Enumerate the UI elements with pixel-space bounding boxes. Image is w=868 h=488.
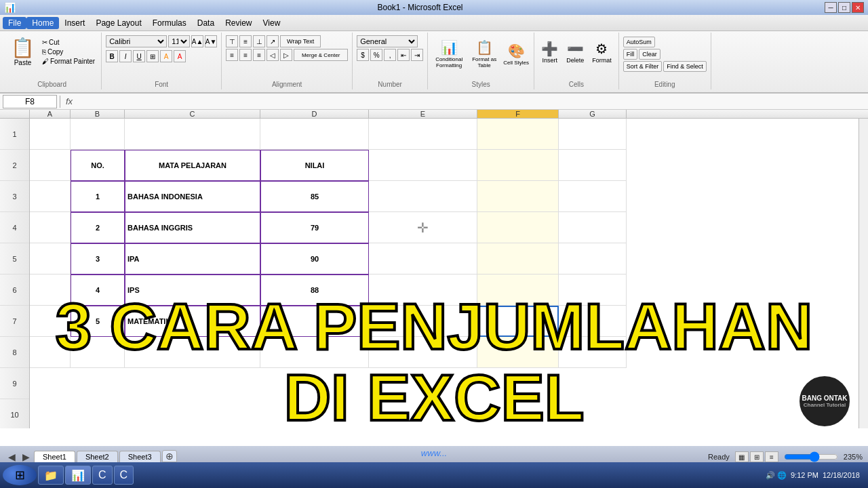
page-layout-view-button[interactable]: ⊞ — [750, 451, 764, 462]
cell-e4[interactable]: ✛ — [369, 212, 477, 243]
cell-c8[interactable] — [125, 337, 260, 368]
name-box[interactable] — [3, 95, 57, 108]
close-button[interactable]: ✕ — [852, 2, 864, 13]
cell-e5[interactable] — [369, 243, 477, 274]
taskbar-app-3[interactable]: C — [92, 466, 113, 485]
fill-color-button[interactable]: A — [160, 50, 172, 62]
copy-button[interactable]: ⎘Copy — [40, 47, 97, 56]
font-increase-button[interactable]: A▲ — [191, 35, 203, 47]
col-header-b[interactable]: B — [71, 110, 125, 118]
cell-a7[interactable] — [30, 306, 71, 337]
menu-file[interactable]: File — [3, 17, 26, 29]
cell-f6[interactable] — [477, 274, 559, 306]
decrease-indent-button[interactable]: ◁ — [267, 49, 279, 61]
col-header-a[interactable]: A — [30, 110, 71, 118]
col-header-c[interactable]: C — [125, 110, 260, 118]
clear-button[interactable]: Clear — [639, 49, 660, 60]
cell-f2[interactable] — [477, 150, 559, 181]
cell-b7[interactable]: 5 — [71, 306, 125, 337]
cell-e2[interactable] — [369, 150, 477, 181]
font-family-select[interactable]: Calibri — [106, 35, 167, 47]
menu-page-layout[interactable]: Page Layout — [90, 17, 146, 29]
cell-c1[interactable] — [125, 119, 260, 150]
menu-insert[interactable]: Insert — [59, 17, 90, 29]
sheet-tab-1[interactable]: Sheet1 — [34, 451, 75, 462]
cell-c6[interactable]: IPS — [125, 274, 260, 306]
align-center-button[interactable]: ≡ — [239, 49, 252, 61]
cell-c7[interactable]: MATEMATIKA — [125, 306, 260, 337]
cell-g8[interactable] — [559, 337, 627, 368]
row-header-10[interactable]: 10 — [0, 399, 29, 428]
wrap-text-button[interactable]: Wrap Text — [280, 35, 321, 47]
col-header-f[interactable]: F — [477, 110, 559, 118]
cell-d8[interactable] — [260, 337, 369, 368]
currency-button[interactable]: $ — [357, 49, 369, 61]
normal-view-button[interactable]: ▦ — [735, 451, 749, 462]
menu-view[interactable]: View — [258, 17, 286, 29]
find-select-button[interactable]: Find & Select — [663, 61, 707, 72]
number-format-select[interactable]: General — [357, 35, 418, 47]
cell-b6[interactable]: 4 — [71, 274, 125, 306]
cell-g6[interactable] — [559, 274, 627, 306]
col-header-d[interactable]: D — [260, 110, 369, 118]
cell-g5[interactable] — [559, 243, 627, 274]
row-header-3[interactable]: 3 — [0, 181, 29, 212]
cell-d5[interactable]: 90 — [260, 243, 369, 274]
format-cells-button[interactable]: ⚙ Format — [589, 39, 614, 65]
zoom-slider[interactable] — [784, 451, 838, 462]
cell-d6[interactable]: 88 — [260, 274, 369, 306]
row-header-7[interactable]: 7 — [0, 306, 29, 337]
cell-g4[interactable] — [559, 212, 627, 243]
row-header-9[interactable]: 9 — [0, 368, 29, 399]
cell-c4[interactable]: BAHASA INGGRIS — [125, 212, 260, 243]
sheet-scroll-left[interactable]: ◀ — [5, 451, 18, 462]
sheet-tab-2[interactable]: Sheet2 — [77, 451, 118, 462]
percent-button[interactable]: % — [370, 49, 382, 61]
cell-a8[interactable] — [30, 337, 71, 368]
add-sheet-button[interactable]: ⊕ — [162, 450, 177, 462]
cell-c5[interactable]: IPA — [125, 243, 260, 274]
cell-a2[interactable] — [30, 150, 71, 181]
italic-button[interactable]: I — [119, 50, 132, 62]
cell-f7[interactable] — [477, 306, 559, 337]
page-break-view-button[interactable]: ≡ — [765, 451, 778, 462]
sheet-tab-3[interactable]: Sheet3 — [119, 451, 161, 462]
increase-indent-button[interactable]: ▷ — [280, 49, 292, 61]
cell-f3[interactable] — [477, 181, 559, 212]
align-right-button[interactable]: ≡ — [253, 49, 265, 61]
paste-button[interactable]: 📋 Paste — [7, 34, 39, 69]
taskbar-excel[interactable]: 📊 — [65, 466, 91, 485]
cell-c2-mata[interactable]: MATA PELAJARAN — [125, 150, 260, 181]
vertical-scrollbar[interactable] — [859, 119, 868, 428]
cell-b3[interactable]: 1 — [71, 181, 125, 212]
font-color-button[interactable]: A — [174, 50, 186, 62]
row-header-5[interactable]: 5 — [0, 243, 29, 274]
cell-e6[interactable] — [369, 274, 477, 306]
merge-center-button[interactable]: Merge & Center — [294, 49, 348, 61]
cell-d7[interactable] — [260, 306, 369, 337]
underline-button[interactable]: U — [133, 50, 145, 62]
bold-button[interactable]: B — [106, 50, 118, 62]
cell-a1[interactable] — [30, 119, 71, 150]
align-middle-button[interactable]: ≡ — [239, 35, 252, 47]
cell-f4[interactable] — [477, 212, 559, 243]
cell-g1[interactable] — [559, 119, 627, 150]
cell-d2-nilai[interactable]: NILAI — [260, 150, 369, 181]
align-bottom-button[interactable]: ⊥ — [253, 35, 265, 47]
cell-f1[interactable] — [477, 119, 559, 150]
font-size-select[interactable]: 11 — [168, 35, 190, 47]
cell-a6[interactable] — [30, 274, 71, 306]
cell-g3[interactable] — [559, 181, 627, 212]
cell-f8[interactable] — [477, 337, 559, 368]
row-header-8[interactable]: 8 — [0, 337, 29, 368]
row-header-2[interactable]: 2 — [0, 150, 29, 181]
menu-formulas[interactable]: Formulas — [147, 17, 192, 29]
cell-b8[interactable] — [71, 337, 125, 368]
menu-data[interactable]: Data — [192, 17, 220, 29]
decrease-decimal-button[interactable]: ⇤ — [397, 49, 410, 61]
cell-g2[interactable] — [559, 150, 627, 181]
increase-decimal-button[interactable]: ⇥ — [411, 49, 423, 61]
align-left-button[interactable]: ≡ — [226, 49, 238, 61]
row-header-6[interactable]: 6 — [0, 274, 29, 306]
format-painter-button[interactable]: 🖌Format Painter — [40, 57, 97, 66]
